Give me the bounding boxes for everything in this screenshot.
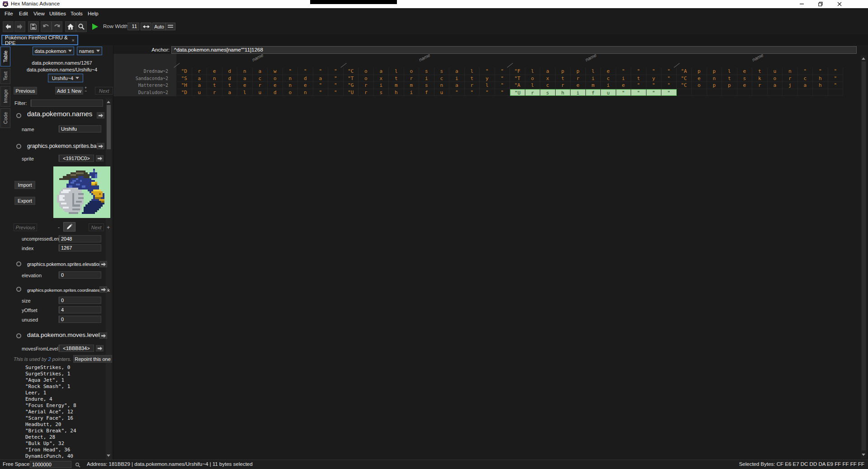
run-button[interactable] [90,21,100,32]
hex-cell[interactable]: l [389,68,404,75]
add-count-stepper[interactable]: +− [85,86,87,93]
previous-sprite-button[interactable]: Previous [14,223,37,231]
hex-cell[interactable]: t [222,82,238,89]
rail-tab-code[interactable]: Code [0,108,10,128]
next-entry-button[interactable]: Next [95,87,113,95]
hex-cell[interactable]: l [465,68,480,75]
minimize-button[interactable] [793,0,810,8]
hex-cell[interactable]: p [707,68,722,75]
menu-view[interactable]: View [31,8,47,19]
hex-cell[interactable]: e [298,82,313,89]
hex-cell[interactable]: "C [677,82,692,89]
menu-help[interactable]: Help [85,8,101,19]
hex-cell[interactable]: " [495,68,510,75]
hex-cell[interactable]: i [616,75,632,82]
hex-cell[interactable] [828,89,844,96]
hex-cell[interactable]: u [601,89,616,96]
hex-cell[interactable]: "F [510,68,525,75]
hex-cell[interactable]: " [661,75,677,82]
filter-input[interactable] [31,99,103,107]
sidebar-scroll-thumb[interactable] [107,105,111,149]
hex-cell[interactable]: a [313,75,329,82]
hex-cell[interactable]: r [404,75,420,82]
hex-cell[interactable]: c [253,75,268,82]
align-toggle[interactable] [165,23,175,30]
goto-coordinates-button[interactable] [99,286,107,293]
hex-cell[interactable]: e [268,82,283,89]
moves-pointer-input[interactable]: <1BBB834> [59,345,94,352]
hex-cell[interactable]: e [237,82,253,89]
hex-cell[interactable]: r [253,82,268,89]
hex-cell[interactable]: k [752,75,768,82]
hex-cell[interactable]: r [192,68,208,75]
hex-cell[interactable]: " [480,89,495,96]
hex-cell[interactable]: " [631,68,646,75]
hex-cell[interactable] [737,89,753,96]
hex-cell[interactable]: o [359,75,374,82]
hex-cell[interactable]: s [540,89,556,96]
hex-cell[interactable]: s [434,68,450,75]
hex-cell[interactable]: x [540,75,556,82]
hex-cell[interactable]: a [374,68,389,75]
hex-cell[interactable]: t [722,75,737,82]
scroll-down-icon[interactable] [862,454,865,456]
free-space-input[interactable]: 1000000 [30,461,71,468]
export-sprite-button[interactable]: Export [14,197,35,205]
hex-cell[interactable]: n [283,75,298,82]
hex-cell[interactable]: r [207,89,222,96]
hex-cell[interactable]: u [768,68,783,75]
next-sprite-button[interactable]: Next [89,223,104,231]
hex-cell[interactable]: "D [177,89,192,96]
back-button[interactable] [3,21,14,32]
hex-cell[interactable] [722,89,737,96]
hex-cell[interactable]: y [646,75,662,82]
hex-cell[interactable] [783,89,798,96]
tab-close-icon[interactable]: × [72,38,75,43]
scroll-up-icon[interactable] [107,101,110,103]
hex-cell[interactable]: "S [177,75,192,82]
rail-tab-text[interactable]: Text [0,68,10,84]
unused-input[interactable]: 0 [59,316,101,323]
hex-cell[interactable]: " [449,89,465,96]
hex-cell[interactable] [813,89,828,96]
hex-cell[interactable]: d [222,75,238,82]
hex-cell[interactable]: a [192,82,208,89]
fit-width-button[interactable] [141,23,151,30]
hex-cell[interactable]: s [374,89,389,96]
hex-cell[interactable]: " [313,68,329,75]
search-button[interactable] [76,21,87,32]
hex-cell[interactable]: " [646,89,662,96]
hex-cell[interactable]: c [798,75,813,82]
hex-cell[interactable]: m [586,82,601,89]
goto-names-button[interactable] [97,112,104,118]
hex-cell[interactable]: " [631,82,646,89]
rail-tab-table[interactable]: Table [0,47,10,66]
hex-cell[interactable]: "D [177,68,192,75]
hex-cell[interactable]: w [268,68,283,75]
hex-cell[interactable]: a [768,82,783,89]
home-button[interactable] [65,21,76,32]
hex-cell[interactable]: c [434,75,450,82]
scroll-up-icon[interactable] [862,57,865,60]
hex-cell[interactable]: "U [344,89,359,96]
hex-cell[interactable]: " [495,75,510,82]
hex-cell[interactable]: i [449,75,465,82]
section-radio-names[interactable] [16,113,21,118]
uncompressed-length-input[interactable]: 2048 [59,235,101,242]
hex-cell[interactable]: m [404,82,420,89]
hex-cell[interactable]: l [480,82,495,89]
hex-cell[interactable]: " [465,89,480,96]
hex-cell[interactable]: " [328,89,344,96]
elevation-input[interactable]: 0 [59,271,101,279]
hex-cell[interactable]: n [434,82,450,89]
hex-cell[interactable]: " [828,82,844,89]
hex-cell[interactable]: n [283,82,298,89]
add-new-button[interactable]: Add 1 New [55,87,83,95]
hex-cell[interactable]: d [268,89,283,96]
redo-button[interactable] [52,21,62,32]
hex-cell[interactable]: a [449,82,465,89]
hex-cell[interactable]: e [737,68,753,75]
hex-cell[interactable]: t [389,75,404,82]
hex-cell[interactable]: s [419,68,434,75]
hex-cell[interactable]: c [540,82,556,89]
